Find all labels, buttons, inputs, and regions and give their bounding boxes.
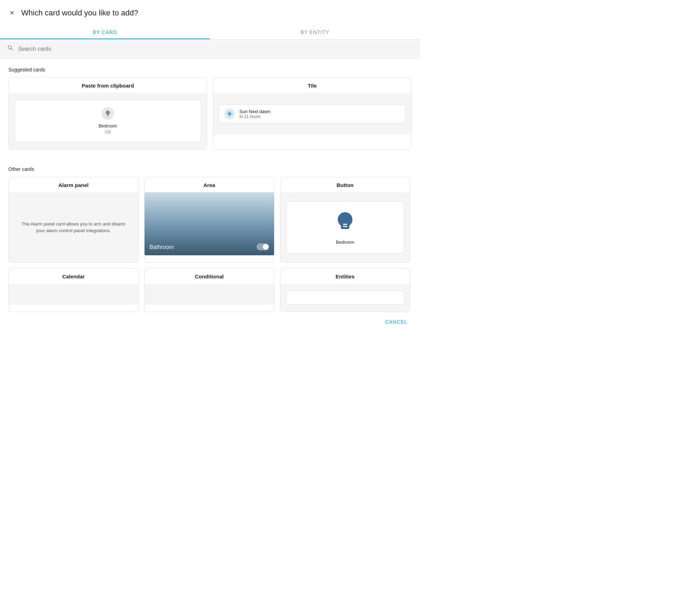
- area-preview: Bathroom: [145, 192, 274, 255]
- card-tile[interactable]: Tile Sun Next dawn In 11 hours: [213, 77, 412, 150]
- button-card-title: Button: [280, 177, 410, 192]
- card-tile-preview: Sun Next dawn In 11 hours: [213, 93, 411, 135]
- card-alarm-panel[interactable]: Alarm panel The Alarm panel card allows …: [8, 177, 139, 263]
- card-calendar[interactable]: Calendar: [8, 268, 139, 312]
- button-card-preview: Bedroom: [280, 192, 410, 262]
- close-icon: ×: [10, 8, 14, 18]
- card-paste-preview: Bedroom Off: [9, 93, 207, 149]
- suggested-cards-grid: Paste from clipboard Bedroom Off Tile Su…: [0, 77, 420, 158]
- search-bar: [0, 40, 420, 58]
- tab-by-entity[interactable]: BY ENTITY: [210, 25, 420, 39]
- card-paste-from-clipboard[interactable]: Paste from clipboard Bedroom Off: [8, 77, 207, 150]
- search-input[interactable]: [18, 46, 413, 52]
- clipboard-inner-preview: Bedroom Off: [14, 100, 201, 142]
- other-section-title: Other cards: [0, 158, 420, 177]
- card-button[interactable]: Button Bedroom: [280, 177, 410, 263]
- sun-icon: [224, 108, 235, 119]
- alarm-panel-title: Alarm panel: [9, 177, 138, 192]
- area-toggle: [257, 243, 269, 250]
- tile-entity-name: Sun Next dawn: [239, 109, 270, 114]
- tab-by-card[interactable]: BY CARD: [0, 25, 210, 39]
- tile-inner-preview: Sun Next dawn In 11 hours: [219, 104, 406, 123]
- suggested-section-title: Suggested cards: [0, 58, 420, 77]
- dialog-header: × Which card would you like to add?: [0, 0, 420, 25]
- entities-title: Entities: [280, 269, 410, 284]
- close-button[interactable]: ×: [8, 7, 16, 19]
- area-gradient: Bathroom: [145, 192, 274, 255]
- dialog-title: Which card would you like to add?: [21, 8, 138, 18]
- card-entities[interactable]: Entities: [280, 268, 410, 312]
- search-icon: [7, 44, 14, 53]
- clipboard-entity-name: Bedroom: [99, 123, 117, 129]
- cancel-button[interactable]: CANCEL: [381, 316, 412, 327]
- alarm-panel-preview: The Alarm panel card allows you to arm a…: [9, 192, 138, 262]
- alarm-panel-description: The Alarm panel card allows you to arm a…: [14, 217, 133, 238]
- tabs-bar: BY CARD BY ENTITY: [0, 25, 420, 40]
- card-paste-title: Paste from clipboard: [9, 78, 207, 93]
- tile-entity-state: In 11 hours: [239, 114, 270, 119]
- entities-preview: [280, 284, 410, 312]
- bedroom-bulb-icon: [102, 107, 114, 120]
- calendar-title: Calendar: [9, 269, 138, 284]
- tile-entity-info: Sun Next dawn In 11 hours: [239, 109, 270, 119]
- button-entity-name: Bedroom: [336, 240, 355, 245]
- button-inner-preview: Bedroom: [286, 201, 404, 254]
- area-toggle-knob: [263, 244, 268, 250]
- dialog-footer: CANCEL: [0, 312, 420, 333]
- area-title: Area: [145, 177, 274, 192]
- card-conditional[interactable]: Conditional: [144, 268, 274, 312]
- other-cards-grid: Alarm panel The Alarm panel card allows …: [0, 177, 420, 263]
- card-area[interactable]: Area Bathroom: [144, 177, 274, 263]
- conditional-title: Conditional: [145, 269, 274, 284]
- button-bulb-icon: [332, 210, 358, 235]
- area-name-label: Bathroom: [149, 244, 257, 250]
- card-tile-title: Tile: [213, 78, 411, 93]
- calendar-preview: [9, 284, 138, 305]
- clipboard-entity-state: Off: [105, 130, 111, 135]
- conditional-preview: [145, 284, 274, 305]
- bottom-cards-row: Calendar Conditional Entities: [0, 263, 420, 312]
